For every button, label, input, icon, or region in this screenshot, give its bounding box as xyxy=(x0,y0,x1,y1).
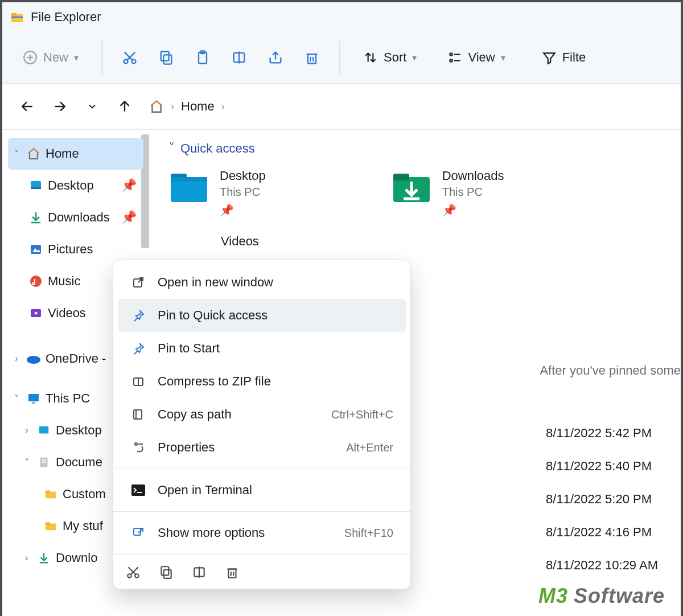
breadcrumb-home[interactable]: Home xyxy=(181,99,215,114)
view-label: View xyxy=(468,50,495,65)
toolbar-separator xyxy=(101,40,102,75)
ctx-label: Show more options xyxy=(158,525,265,540)
tree-label: Pictures xyxy=(48,242,93,257)
new-button[interactable]: New ▾ xyxy=(17,44,84,71)
svg-rect-17 xyxy=(308,54,316,63)
svg-point-40 xyxy=(27,356,40,364)
qa-subtitle: This PC xyxy=(442,186,504,199)
tree-label: Downlo xyxy=(56,551,97,565)
new-label: New xyxy=(43,50,68,65)
svg-rect-68 xyxy=(131,484,145,496)
desktop-icon xyxy=(36,423,51,438)
downloads-icon xyxy=(36,551,51,565)
ctx-pin-start[interactable]: Pin to Start xyxy=(118,332,406,365)
desktop-icon xyxy=(28,178,43,193)
monitor-icon xyxy=(26,391,41,406)
ctx-open-terminal[interactable]: Open in Terminal xyxy=(118,474,406,507)
home-icon xyxy=(26,146,41,161)
tree-item-downloads[interactable]: Downloads 📌 xyxy=(2,202,149,233)
svg-rect-43 xyxy=(39,426,49,434)
paste-button[interactable] xyxy=(192,44,213,71)
sort-button[interactable]: Sort ▾ xyxy=(357,44,422,71)
ctx-show-more[interactable]: Show more options Shift+F10 xyxy=(118,516,406,549)
copy-button[interactable] xyxy=(156,44,176,71)
nav-recent-button[interactable] xyxy=(84,98,100,115)
toolbar-separator xyxy=(339,40,340,75)
svg-rect-64 xyxy=(134,410,142,419)
svg-point-25 xyxy=(450,59,452,61)
qa-item-videos-label: Videos xyxy=(221,234,681,249)
terminal-icon xyxy=(130,482,146,498)
tree-label: Custom xyxy=(63,487,106,502)
pin-icon: 📌 xyxy=(220,203,266,217)
svg-rect-11 xyxy=(161,52,169,61)
rename-button[interactable] xyxy=(229,44,249,71)
tree-label: Videos xyxy=(48,306,86,321)
chevron-right-icon: › xyxy=(11,354,22,364)
title-bar: File Explorer xyxy=(2,2,681,32)
ctx-pin-quick-access[interactable]: Pin to Quick access xyxy=(118,299,406,332)
svg-rect-45 xyxy=(42,459,46,461)
watermark: M3 Software xyxy=(538,584,665,608)
downloads-folder-icon xyxy=(391,169,432,206)
videos-icon xyxy=(28,306,43,321)
ctx-open-new-window[interactable]: Open in new window xyxy=(118,266,406,299)
file-date: 8/11/2022 5:40 PM xyxy=(546,459,658,474)
properties-icon xyxy=(130,440,146,455)
file-date: 8/11/2022 10:29 AM xyxy=(546,558,658,573)
svg-rect-32 xyxy=(31,187,41,189)
ctx-properties[interactable]: Properties Alt+Enter xyxy=(118,431,406,464)
ctx-separator xyxy=(113,511,410,512)
window-title: File Explorer xyxy=(31,10,101,24)
pictures-icon xyxy=(28,242,43,257)
rename-icon[interactable] xyxy=(192,565,207,580)
nav-forward-button[interactable] xyxy=(52,98,67,115)
delete-button[interactable] xyxy=(302,44,322,71)
tree-item-home[interactable]: ˅ Home xyxy=(8,138,143,170)
pin-icon: 📌 xyxy=(121,178,137,193)
filter-button[interactable]: Filte xyxy=(536,44,592,71)
tree-label: Music xyxy=(48,274,80,289)
tree-label: This PC xyxy=(46,391,90,406)
delete-icon[interactable] xyxy=(225,565,240,580)
breadcrumb[interactable]: › Home › xyxy=(149,99,225,114)
qa-item-desktop[interactable]: Desktop This PC 📌 xyxy=(168,169,266,217)
copy-icon[interactable] xyxy=(159,565,174,580)
pin-icon: 📌 xyxy=(121,210,137,225)
nav-back-button[interactable] xyxy=(19,98,35,115)
pin-icon: 📌 xyxy=(442,203,504,217)
ctx-shortcut: Alt+Enter xyxy=(346,441,393,454)
ctx-copy-path[interactable]: Copy as path Ctrl+Shift+C xyxy=(118,398,406,431)
downloads-icon xyxy=(28,210,43,225)
context-menu: Open in new window Pin to Quick access P… xyxy=(113,260,411,589)
document-icon xyxy=(36,455,51,470)
ctx-compress-zip[interactable]: Compress to ZIP file xyxy=(118,365,406,398)
ctx-label: Open in new window xyxy=(158,275,273,290)
nav-up-button[interactable] xyxy=(117,98,132,115)
cut-icon[interactable] xyxy=(126,565,141,580)
toolbar: New ▾ Sort ▾ View ▾ Filte xyxy=(2,32,681,84)
tree-label: Home xyxy=(46,146,79,161)
qa-item-downloads[interactable]: Downloads This PC 📌 xyxy=(391,169,504,217)
view-button[interactable]: View ▾ xyxy=(442,44,511,71)
pin-icon xyxy=(130,307,146,323)
sort-label: Sort xyxy=(384,50,406,65)
app-icon xyxy=(10,10,24,24)
pin-icon xyxy=(130,340,146,356)
section-quick-access[interactable]: ˅ Quick access xyxy=(168,141,681,156)
ctx-separator xyxy=(113,469,410,469)
breadcrumb-sep: › xyxy=(221,101,225,113)
cut-button[interactable] xyxy=(120,44,140,71)
ctx-label: Pin to Start xyxy=(158,341,220,356)
chevron-down-icon: ˅ xyxy=(22,457,32,468)
tree-label: OneDrive - xyxy=(46,351,106,366)
svg-rect-10 xyxy=(163,55,171,64)
ctx-label: Properties xyxy=(158,440,215,455)
file-date: 8/11/2022 4:16 PM xyxy=(546,525,658,540)
file-date: 8/11/2022 5:42 PM xyxy=(546,426,658,441)
tree-item-desktop[interactable]: Desktop 📌 xyxy=(2,170,149,202)
chevron-right-icon: › xyxy=(22,553,32,563)
folder-icon xyxy=(43,519,58,533)
share-button[interactable] xyxy=(265,44,286,71)
zip-icon xyxy=(130,373,146,389)
